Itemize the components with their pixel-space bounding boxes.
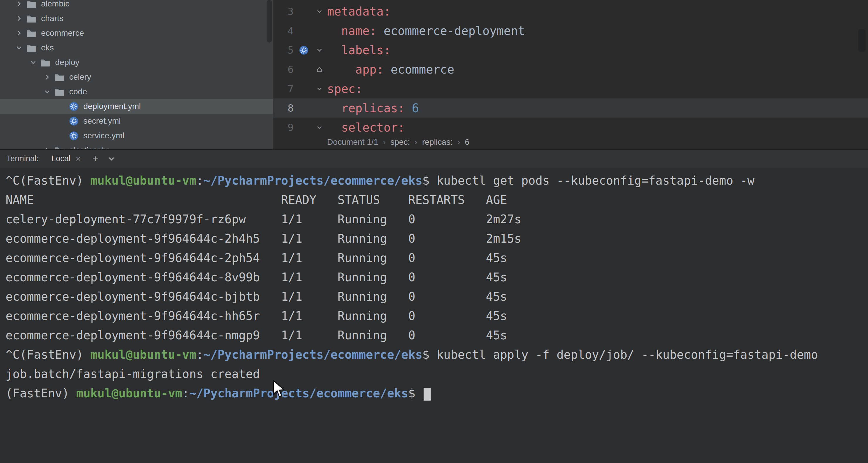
chevron-down-icon[interactable] [28,57,39,68]
chevron-spacer [56,130,67,141]
chevron-right-icon[interactable] [13,0,25,9]
chevron-right-icon[interactable] [42,71,53,82]
kubernetes-file-icon [67,100,81,112]
terminal-line-10: job.batch/fastapi-migrations created [6,364,868,384]
tree-item-label: charts [41,14,63,23]
terminal-line-2: celery-deployment-77c7f9979f-rz6pw 1/1 R… [6,209,868,229]
fold-open-icon[interactable] [312,124,327,131]
folder-icon [25,42,38,54]
terminal-line-11: (FastEnv) mukul@ubuntu-vm:~/PycharmProje… [6,384,868,403]
pycharm-window: alembicchartsecommerceeksdeploycelerycod… [0,0,868,463]
chevron-down-icon[interactable] [107,155,116,163]
breadcrumb-separator: › [415,137,417,147]
tree-item-label: alembic [41,0,69,8]
close-tab-icon[interactable]: × [76,154,81,164]
tree-item-label: deployment.yml [83,102,141,111]
tree-item-label: ecommerce [41,28,84,38]
tree-item-service-yml[interactable]: service.yml [0,128,273,143]
terminal-panel: Terminal: Local × + ^C(FastEnv) mukul@ub… [0,149,868,463]
chevron-down-icon[interactable] [42,86,53,97]
code-text[interactable]: app: ecommerce [327,63,454,76]
tree-item-ecommerce[interactable]: ecommerce [0,26,273,40]
chevron-down-icon[interactable] [13,42,25,53]
terminal-output[interactable]: ^C(FastEnv) mukul@ubuntu-vm:~/PycharmPro… [0,168,868,403]
tree-item-label: service.yml [83,131,124,140]
editor-line-7: 7spec: [273,79,868,98]
code-text[interactable]: replicas: 6 [327,101,419,115]
line-number[interactable]: 8 [273,102,296,114]
project-tree-panel[interactable]: alembicchartsecommerceeksdeploycelerycod… [0,0,273,149]
editor-scrollbar[interactable] [858,29,866,52]
tree-item-eks[interactable]: eks [0,40,273,55]
tree-item-elasticache[interactable]: elasticache [0,143,273,149]
editor-lines: 3metadata:4 name: ecommerce-deployment5 … [273,0,868,137]
tree-item-label: deploy [55,58,80,67]
breadcrumb-separator: › [457,137,460,147]
kubernetes-gutter-icon[interactable] [296,45,312,55]
editor-line-3: 3metadata: [273,2,868,21]
tree-item-label: code [69,87,87,96]
chevron-right-icon[interactable] [42,145,53,149]
editor-line-5: 5 labels: [273,40,868,60]
tree-item-charts[interactable]: charts [0,11,273,26]
fold-end-icon[interactable] [312,66,327,73]
editor-line-9: 9 selector: [273,118,868,137]
code-text[interactable]: name: ecommerce-deployment [327,24,525,37]
terminal-line-0: ^C(FastEnv) mukul@ubuntu-vm:~/PycharmPro… [6,171,868,190]
fold-open-icon[interactable] [312,46,327,54]
line-number[interactable]: 5 [273,44,296,56]
terminal-line-1: NAME READY STATUS RESTARTS AGE [6,190,868,209]
tree-item-secret-yml[interactable]: secret.yml [0,114,273,128]
code-text[interactable]: metadata: [327,5,391,18]
project-tree-scrollbar[interactable] [267,0,272,42]
editor-pane[interactable]: 3metadata:4 name: ecommerce-deployment5 … [273,0,868,149]
breadcrumb-item[interactable]: Document 1/1 [327,137,378,147]
line-number[interactable]: 4 [273,25,296,37]
terminal-line-5: ecommerce-deployment-9f964644c-8v99b 1/1… [6,268,868,287]
line-number[interactable]: 6 [273,64,296,75]
line-number[interactable]: 3 [273,6,296,17]
code-text[interactable]: selector: [327,121,405,134]
folder-icon [25,0,38,10]
code-text[interactable]: labels: [327,43,391,57]
tree-item-code[interactable]: code [0,85,273,99]
terminal-line-7: ecommerce-deployment-9f964644c-hh65r 1/1… [6,306,868,326]
tree-item-deploy[interactable]: deploy [0,55,273,70]
editor-line-8: 8 replicas: 6 [273,98,868,118]
terminal-line-8: ecommerce-deployment-9f964644c-nmgp9 1/1… [6,326,868,345]
breadcrumb-separator: › [383,137,385,147]
fold-open-icon[interactable] [312,85,327,93]
terminal-label: Terminal: [6,154,39,163]
terminal-tab-local[interactable]: Local × [52,154,81,164]
kubernetes-file-icon [67,115,81,127]
project-tree-list: alembicchartsecommerceeksdeploycelerycod… [0,0,273,149]
terminal-tab-label: Local [52,154,71,163]
mouse-cursor [272,380,285,399]
breadcrumb-item[interactable]: spec: [391,137,410,147]
kubernetes-file-icon [67,130,81,141]
terminal-line-6: ecommerce-deployment-9f964644c-bjbtb 1/1… [6,287,868,306]
folder-icon [53,144,66,149]
line-number[interactable]: 9 [273,122,296,133]
tree-item-alembic[interactable]: alembic [0,0,273,11]
tree-item-celery[interactable]: celery [0,70,273,85]
folder-icon [39,57,52,68]
fold-open-icon[interactable] [312,8,327,15]
chevron-right-icon[interactable] [13,13,25,24]
new-terminal-button[interactable]: + [93,153,99,164]
chevron-right-icon[interactable] [13,28,25,39]
folder-icon [25,12,38,24]
line-number[interactable]: 7 [273,83,296,95]
terminal-line-4: ecommerce-deployment-9f964644c-2ph54 1/1… [6,248,868,268]
breadcrumb-bar: Document 1/1›spec:›replicas:›6 [273,135,868,149]
code-text[interactable]: spec: [327,82,362,96]
tree-item-label: secret.yml [83,116,121,126]
tree-item-label: elasticache [69,146,110,149]
tree-item-deployment-yml[interactable]: deployment.yml [0,99,273,114]
breadcrumb-item[interactable]: 6 [465,137,470,147]
chevron-spacer [56,115,67,127]
terminal-caret [424,388,431,401]
breadcrumb-item[interactable]: replicas: [422,137,453,147]
folder-icon [53,86,66,98]
tree-item-label: celery [69,72,91,82]
